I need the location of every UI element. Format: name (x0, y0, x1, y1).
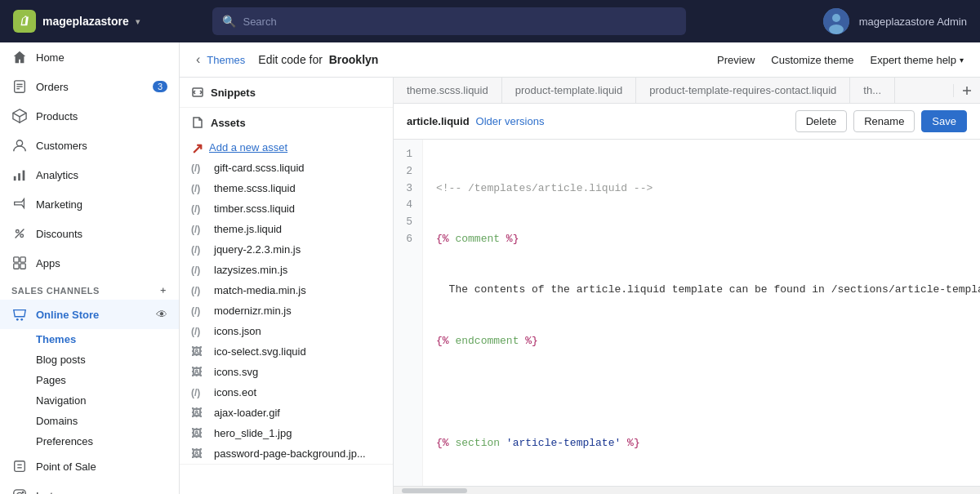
image-file-icon: 🖼 (191, 407, 207, 419)
code-body[interactable]: 1 2 3 4 5 6 <!-- /templates/article.liqu… (394, 140, 980, 486)
orders-icon (11, 78, 28, 95)
back-arrow-icon[interactable]: ‹ (196, 52, 200, 67)
tab-product-template-contact[interactable]: product-template-requires-contact.liquid (636, 78, 850, 103)
svg-point-2 (829, 24, 844, 34)
file-info: article.liquid Older versions (407, 115, 544, 127)
add-sales-channel-button[interactable]: ＋ (158, 284, 168, 296)
sidebar: Home Orders 3 Products Customers (0, 42, 180, 494)
store-name: mageplazastore (42, 15, 129, 28)
online-store-icon (11, 306, 28, 323)
toolbar-actions: Delete Rename Save (795, 110, 967, 132)
list-item[interactable]: 🖼icons.svg (180, 362, 393, 382)
svg-rect-13 (23, 171, 25, 181)
file-name: icons.eot (214, 386, 256, 398)
list-item[interactable]: (/)jquery-2.2.3.min.js (180, 239, 393, 260)
list-item[interactable]: (/)lazysizes.min.js (180, 260, 393, 280)
list-item[interactable]: 🖼password-page-background.jp... (180, 443, 393, 464)
main-content: ‹ Themes Edit code for Brooklyn Preview … (180, 42, 980, 494)
file-name: icons.svg (214, 366, 258, 378)
assets-header[interactable]: Assets (180, 108, 393, 137)
sidebar-item-apps[interactable]: Apps (0, 248, 179, 278)
apps-icon (11, 255, 28, 271)
sidebar-item-products[interactable]: Products (0, 101, 179, 131)
list-item[interactable]: (/)match-media.min.js (180, 280, 393, 300)
list-item[interactable]: (/)gift-card.scss.liquid (180, 158, 393, 178)
preview-link[interactable]: Preview (717, 54, 755, 66)
subnav-navigation[interactable]: Navigation (36, 390, 179, 411)
file-name: theme.scss.liquid (214, 182, 296, 194)
list-item[interactable]: 🖼hero_slide_1.jpg (180, 423, 393, 443)
subnav-pages[interactable]: Pages (36, 370, 179, 390)
snippets-header[interactable]: Snippets (180, 78, 393, 107)
sidebar-item-discounts[interactable]: Discounts (0, 219, 179, 248)
sidebar-item-analytics[interactable]: Analytics (0, 160, 179, 189)
code-file-icon: (/) (191, 265, 207, 276)
sidebar-item-online-store[interactable]: Online Store 👁 (0, 300, 179, 329)
file-name: match-media.min.js (214, 284, 306, 296)
themes-breadcrumb-link[interactable]: Themes (207, 54, 245, 66)
code-content[interactable]: <!-- /templates/article.liquid --> {% co… (423, 140, 980, 486)
list-item[interactable]: 🖼ajax-loader.gif (180, 403, 393, 423)
code-file-icon: (/) (191, 326, 207, 337)
save-button[interactable]: Save (921, 110, 967, 132)
tab-product-template[interactable]: product-template.liquid (502, 78, 637, 103)
online-store-visibility-icon[interactable]: 👁 (156, 308, 167, 321)
store-logo[interactable]: mageplazastore ▾ (13, 10, 140, 33)
sidebar-item-orders[interactable]: Orders 3 (0, 72, 179, 101)
image-file-icon: 🖼 (191, 447, 207, 460)
subnav-preferences[interactable]: Preferences (36, 431, 179, 452)
sidebar-item-home[interactable]: Home (0, 42, 179, 72)
search-input[interactable] (243, 16, 676, 28)
svg-rect-11 (14, 176, 16, 180)
line-numbers: 1 2 3 4 5 6 (394, 140, 423, 486)
sidebar-item-customers[interactable]: Customers (0, 131, 179, 160)
assets-section: Assets ↗ Add a new asset (/)gift-card.sc… (180, 108, 393, 465)
instagram-icon (11, 487, 28, 494)
file-name: hero_slide_1.jpg (214, 427, 292, 439)
sidebar-item-instagram[interactable]: Instagram (0, 481, 179, 494)
code-file-icon: (/) (191, 162, 207, 174)
code-file-icon: (/) (191, 285, 207, 296)
home-icon (11, 49, 28, 65)
file-panel: Snippets Assets ↗ Add a new asset (180, 78, 394, 494)
list-item[interactable]: (/)icons.json (180, 321, 393, 341)
code-file-icon: (/) (191, 183, 207, 194)
subnav-blog-posts[interactable]: Blog posts (36, 349, 179, 370)
file-list: (/)gift-card.scss.liquid(/)theme.scss.li… (180, 158, 393, 464)
tab-th[interactable]: th... (850, 78, 895, 103)
expand-tabs-button[interactable] (953, 84, 980, 97)
code-toolbar: article.liquid Older versions Delete Ren… (394, 104, 980, 140)
marketing-label: Marketing (36, 198, 167, 211)
code-file-icon: (/) (191, 203, 207, 215)
shopify-icon (13, 10, 36, 33)
code-file-icon: (/) (191, 244, 207, 256)
products-label: Products (36, 110, 167, 122)
sidebar-item-pos[interactable]: Point of Sale (0, 452, 179, 481)
list-item[interactable]: (/)theme.js.liquid (180, 219, 393, 239)
subnav-domains[interactable]: Domains (36, 411, 179, 431)
image-file-icon: 🖼 (191, 366, 207, 378)
add-asset-link[interactable]: Add a new asset (209, 137, 393, 158)
orders-badge: 3 (153, 81, 167, 92)
subnav-themes[interactable]: Themes (36, 329, 179, 349)
tab-theme-scss[interactable]: theme.scss.liquid (394, 78, 502, 103)
older-versions-link[interactable]: Older versions (476, 115, 545, 127)
list-item[interactable]: (/)timber.scss.liquid (180, 198, 393, 219)
code-horizontal-scrollbar[interactable] (394, 486, 980, 494)
avatar[interactable] (823, 8, 849, 34)
tab-scroll: theme.scss.liquid product-template.liqui… (394, 78, 953, 103)
customize-theme-link[interactable]: Customize theme (771, 54, 853, 66)
expert-help-dropdown[interactable]: Expert theme help ▾ (870, 54, 964, 66)
code-file-icon: (/) (191, 387, 207, 398)
search-bar[interactable]: 🔍 (212, 7, 686, 35)
file-name: gift-card.scss.liquid (214, 162, 305, 174)
rename-button[interactable]: Rename (853, 110, 915, 132)
delete-button[interactable]: Delete (795, 110, 848, 132)
sidebar-item-marketing[interactable]: Marketing (0, 189, 179, 219)
list-item[interactable]: (/)modernizr.min.js (180, 300, 393, 321)
list-item[interactable]: 🖼ico-select.svg.liquid (180, 341, 393, 362)
file-name: lazysizes.min.js (214, 264, 287, 276)
list-item[interactable]: (/)icons.eot (180, 382, 393, 403)
list-item[interactable]: (/)theme.scss.liquid (180, 178, 393, 198)
analytics-label: Analytics (36, 169, 167, 181)
